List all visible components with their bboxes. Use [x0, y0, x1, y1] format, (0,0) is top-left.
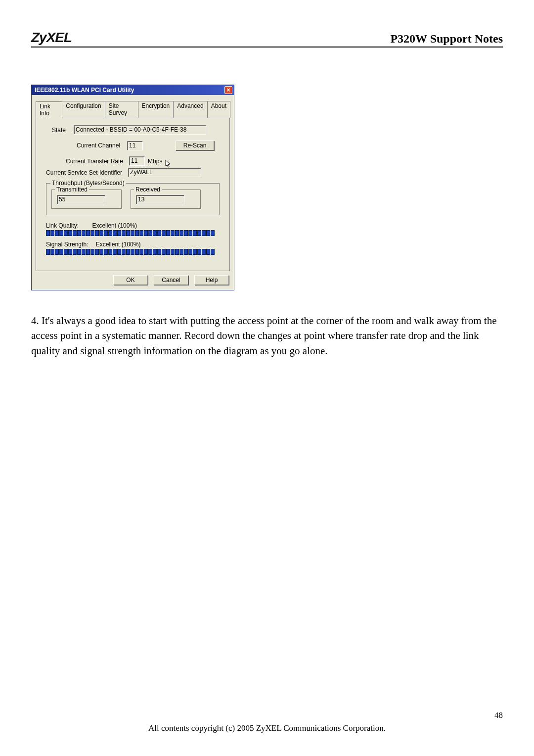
- window-title: IEEE802.11b WLAN PCI Card Utility: [35, 87, 134, 94]
- help-button[interactable]: Help: [194, 275, 229, 285]
- tab-advanced[interactable]: Advanced: [173, 101, 207, 118]
- tab-body: State Connected - BSSID = 00-A0-C5-4F-FE…: [36, 118, 230, 271]
- tab-site-survey[interactable]: Site Survey: [105, 101, 138, 118]
- doc-title: P320W Support Notes: [390, 32, 503, 46]
- tab-encryption[interactable]: Encryption: [138, 101, 174, 118]
- wlan-utility-window: IEEE802.11b WLAN PCI Card Utility × Link…: [31, 85, 234, 290]
- signal-strength-value: Excellent (100%): [96, 241, 141, 248]
- transfer-rate-field: 11: [129, 156, 145, 166]
- link-quality-bar: [46, 230, 223, 237]
- close-icon[interactable]: ×: [224, 86, 232, 94]
- transmitted-field: 55: [57, 195, 105, 204]
- throughput-group: Throughput (Bytes/Second) Transmitted 55…: [46, 183, 220, 215]
- current-channel-label: Current Channel: [77, 142, 120, 149]
- transmitted-group: Transmitted 55: [51, 189, 122, 209]
- state-field: Connected - BSSID = 00-A0-C5-4F-FE-38: [74, 125, 206, 135]
- transfer-rate-unit: Mbps: [148, 158, 162, 165]
- dialog-buttons: OK Cancel Help: [32, 275, 229, 285]
- tab-configuration[interactable]: Configuration: [62, 101, 105, 118]
- throughput-group-label: Throughput (Bytes/Second): [50, 180, 126, 187]
- received-label: Received: [134, 186, 162, 193]
- ssid-field: ZyWALL: [128, 168, 201, 177]
- page-header: ZyXEL P320W Support Notes: [31, 30, 503, 47]
- received-field: 13: [136, 195, 184, 204]
- tab-about[interactable]: About: [207, 101, 230, 118]
- titlebar: IEEE802.11b WLAN PCI Card Utility ×: [32, 85, 234, 95]
- tab-link-info[interactable]: Link Info: [36, 101, 62, 118]
- ok-button[interactable]: OK: [113, 275, 148, 285]
- cancel-button[interactable]: Cancel: [154, 275, 188, 285]
- tab-strip: Link Info Configuration Site Survey Encr…: [36, 101, 230, 118]
- transmitted-label: Transmitted: [55, 186, 89, 193]
- signal-strength-label: Signal Strength:: [46, 241, 88, 248]
- page-number: 48: [494, 710, 503, 720]
- link-quality-label: Link Quality:: [46, 222, 79, 229]
- cursor-icon: [165, 160, 172, 169]
- brand-logo: ZyXEL: [31, 30, 72, 46]
- footer-copyright: All contents copyright (c) 2005 ZyXEL Co…: [0, 723, 534, 733]
- received-group: Received 13: [131, 189, 201, 209]
- current-channel-field: 11: [127, 141, 143, 150]
- transfer-rate-label: Current Transfer Rate: [66, 158, 123, 165]
- ssid-label: Current Service Set Identifier: [46, 169, 122, 176]
- state-label: State: [52, 127, 71, 134]
- paragraph-4: 4. It's always a good idea to start with…: [31, 313, 503, 358]
- link-quality-value: Excellent (100%): [92, 222, 137, 229]
- rescan-button[interactable]: Re-Scan: [176, 141, 214, 150]
- signal-strength-bar: [46, 249, 223, 256]
